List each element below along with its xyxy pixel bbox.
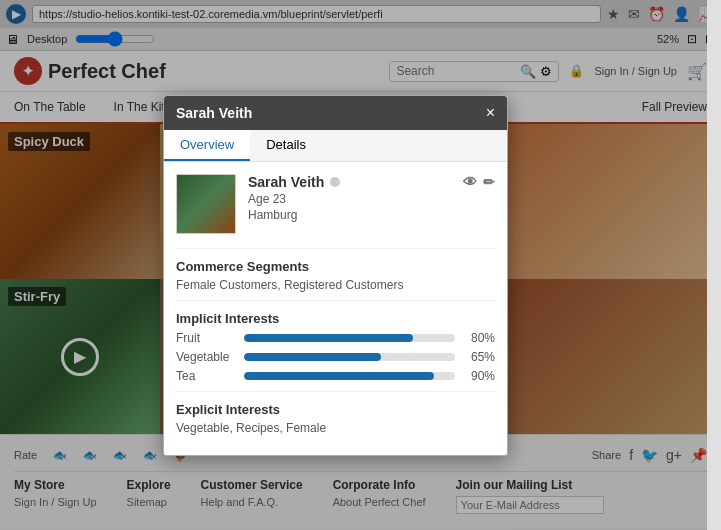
interest-bar-vegetable	[244, 353, 381, 361]
user-age: Age 23	[248, 192, 495, 206]
divider-1	[176, 248, 495, 249]
interest-label-vegetable: Vegetable	[176, 350, 236, 364]
user-city: Hamburg	[248, 208, 495, 222]
tab-details[interactable]: Details	[250, 130, 322, 161]
modal-tabs: Overview Details	[164, 130, 507, 162]
user-avatar	[176, 174, 236, 234]
interest-row-vegetable: Vegetable 65%	[176, 350, 495, 364]
implicit-interests-title: Implicit Interests	[176, 311, 495, 326]
user-action-icons: 👁 ✏	[463, 174, 495, 190]
scrollbar[interactable]	[707, 0, 721, 530]
user-name-text: Sarah Veith	[248, 174, 324, 190]
edit-icon[interactable]: ✏	[483, 174, 495, 190]
modal-header: Sarah Veith ×	[164, 96, 507, 130]
interest-label-tea: Tea	[176, 369, 236, 383]
interest-pct-vegetable: 65%	[463, 350, 495, 364]
explicit-interests-value: Vegetable, Recipes, Female	[176, 421, 495, 435]
interest-pct-fruit: 80%	[463, 331, 495, 345]
user-details: Sarah Veith 👁 ✏ Age 23 Hamburg	[248, 174, 495, 222]
interest-bar-bg-vegetable	[244, 353, 455, 361]
modal-title: Sarah Veith	[176, 105, 252, 121]
interest-bar-fruit	[244, 334, 413, 342]
interest-row-tea: Tea 90%	[176, 369, 495, 383]
interest-bar-tea	[244, 372, 434, 380]
modal-close-button[interactable]: ×	[486, 104, 495, 122]
view-icon[interactable]: 👁	[463, 174, 477, 190]
interest-bar-bg-fruit	[244, 334, 455, 342]
modal-body: Sarah Veith 👁 ✏ Age 23 Hamburg Commerce …	[164, 162, 507, 455]
user-status-indicator	[330, 177, 340, 187]
divider-3	[176, 391, 495, 392]
tab-overview[interactable]: Overview	[164, 130, 250, 161]
divider-2	[176, 300, 495, 301]
user-info-section: Sarah Veith 👁 ✏ Age 23 Hamburg	[176, 174, 495, 234]
commerce-segments-title: Commerce Segments	[176, 259, 495, 274]
interest-row-fruit: Fruit 80%	[176, 331, 495, 345]
interest-bar-bg-tea	[244, 372, 455, 380]
modal-sarah-veith: Sarah Veith × Overview Details Sarah Vei…	[163, 95, 508, 456]
commerce-segments-value: Female Customers, Registered Customers	[176, 278, 495, 292]
user-name: Sarah Veith 👁 ✏	[248, 174, 495, 190]
interest-label-fruit: Fruit	[176, 331, 236, 345]
explicit-interests-title: Explicit Interests	[176, 402, 495, 417]
interest-pct-tea: 90%	[463, 369, 495, 383]
